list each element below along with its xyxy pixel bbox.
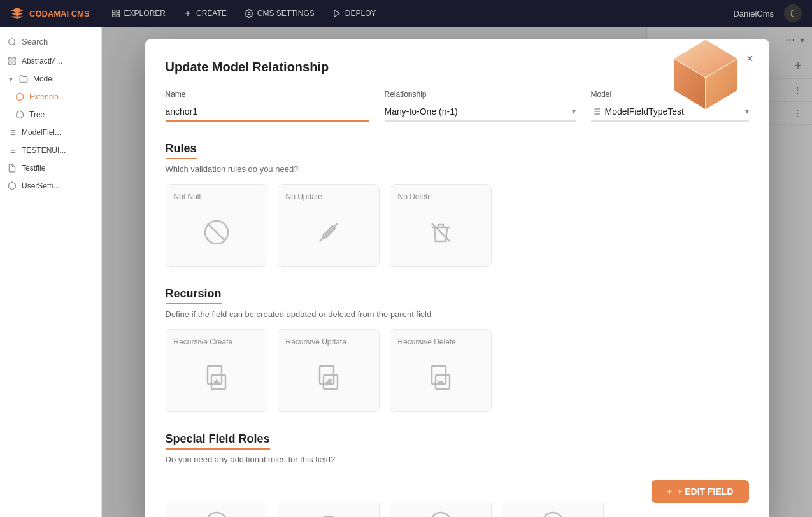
nav-right: DanielCms ☾ [733, 4, 802, 22]
edit-field-button[interactable]: + + EDIT FIELD [652, 480, 748, 503]
modal-title: Update Model Relationship [166, 60, 749, 74]
plus-circle-icon [201, 507, 232, 517]
sidebar-item-label: Tree [29, 110, 45, 119]
nav-deploy[interactable]: DEPLOY [326, 6, 383, 20]
no-update-card[interactable]: No Update [278, 184, 380, 267]
modal-footer: + + EDIT FIELD [166, 470, 749, 503]
svg-point-8 [9, 38, 15, 44]
no-update-label: No Update [286, 192, 322, 201]
search-icon [8, 38, 17, 46]
nav-explorer[interactable]: EXPLORER [105, 6, 172, 20]
recursion-section-title: Recursion [166, 287, 222, 304]
nav-create[interactable]: CREATE [177, 6, 233, 20]
eye-icon [313, 507, 344, 517]
relationship-select[interactable]: Many-to-One (n-1) One-to-One (1-1) Many-… [385, 106, 572, 117]
sidebar-item-extension[interactable]: Extensio... [0, 88, 101, 106]
app-logo[interactable]: CODAMAI CMS [10, 6, 90, 20]
list-icon [8, 128, 17, 137]
recursive-update-label: Recursive Update [286, 337, 346, 346]
svg-point-49 [206, 513, 227, 517]
special-roles-title: Special Field Roles [166, 432, 270, 450]
circle-slash-icon [201, 217, 232, 248]
sidebar-search[interactable]: Search [0, 32, 101, 52]
cube-icon [8, 181, 17, 190]
svg-rect-1 [117, 10, 119, 13]
3d-cube-decoration [667, 39, 744, 135]
modal-overlay: × Update Model Relationship Name Relatio… [102, 27, 812, 517]
pencil-slash-icon [313, 217, 344, 248]
doc-minus-icon [425, 362, 456, 393]
recursion-section: Recursion Define if the field can be cre… [166, 287, 749, 412]
app-name: CODAMAI CMS [29, 9, 90, 18]
sidebar-item-label: Extensio... [29, 92, 65, 101]
svg-marker-7 [334, 10, 339, 17]
recursive-create-label: Recursive Create [174, 337, 233, 346]
folder-icon [19, 74, 28, 83]
chevron-down-icon: ▼ [8, 76, 14, 83]
file-icon [8, 164, 17, 173]
grid-icon [8, 57, 17, 66]
relationship-field-group: Relationship Many-to-One (n-1) One-to-On… [385, 90, 576, 122]
svg-line-36 [208, 223, 225, 241]
content-area: ··· ▾ + ...ion ⋮ ⋮ ‹ [102, 27, 812, 517]
sidebar-item-testfile[interactable]: Testfile [0, 159, 101, 177]
svg-rect-0 [112, 10, 115, 13]
sidebar-item-label: TESTENUI... [22, 146, 66, 155]
name-field-group: Name [166, 90, 369, 122]
nav-deploy-label: DEPLOY [345, 9, 376, 18]
svg-rect-13 [13, 62, 15, 64]
recursive-delete-label: Recursive Delete [398, 337, 456, 346]
chevron-down-icon: ▾ [745, 107, 749, 116]
cube-icon [15, 110, 24, 119]
recursive-update-card[interactable]: Recursive Update [278, 329, 380, 412]
no-delete-card[interactable]: No Delete [390, 184, 492, 267]
user-name: DanielCms [733, 9, 774, 18]
sidebar-item-label: Model [33, 74, 54, 83]
sidebar-item-model[interactable]: ▼ Model [0, 70, 101, 88]
form-fields-row: Name Relationship Many-to-One (n-1) One-… [166, 90, 749, 122]
close-icon: × [746, 52, 753, 66]
recursive-create-card[interactable]: Recursive Create [166, 329, 267, 412]
svg-rect-3 [117, 14, 119, 17]
modal-update-relationship: × Update Model Relationship Name Relatio… [145, 39, 769, 517]
modal-close-button[interactable]: × [741, 50, 759, 67]
svg-rect-12 [9, 62, 11, 64]
trash-circle-icon [538, 507, 568, 517]
search-label: Search [22, 37, 48, 46]
svg-point-53 [431, 513, 451, 517]
svg-point-6 [248, 12, 250, 15]
sidebar-item-modelfield[interactable]: ModelFiel... [0, 124, 101, 141]
no-delete-icon-area [398, 206, 483, 258]
doc-plus-icon [201, 362, 232, 393]
rules-section: Rules Which validation rules do you need… [166, 142, 749, 267]
name-input[interactable] [166, 103, 369, 122]
nav-create-label: CREATE [196, 9, 227, 18]
svg-line-9 [14, 43, 16, 45]
recursive-delete-card[interactable]: Recursive Delete [390, 329, 492, 412]
edit-icon: + [667, 486, 672, 497]
relationship-select-wrapper: Many-to-One (n-1) One-to-One (1-1) Many-… [385, 103, 576, 122]
cube-icon [15, 92, 24, 101]
sidebar-item-testenui[interactable]: TESTENUI... [0, 141, 101, 159]
chevron-down-icon: ▾ [572, 107, 576, 116]
nav-cms-settings-label: CMS SETTINGS [257, 9, 315, 18]
rules-subtitle: Which validation rules do you need? [166, 164, 749, 174]
trash-slash-icon [425, 217, 456, 248]
sidebar-item-usersetti[interactable]: UserSetti... [0, 177, 101, 195]
relationship-label: Relationship [385, 90, 576, 99]
sidebar-item-abstract[interactable]: AbstractM... [0, 52, 101, 70]
not-null-card[interactable]: Not Null [166, 184, 267, 267]
edit-circle-icon [425, 507, 456, 517]
nav-cms-settings[interactable]: CMS SETTINGS [238, 6, 321, 20]
recursive-delete-icon-area [398, 351, 483, 404]
name-label: Name [166, 90, 369, 99]
rules-section-title: Rules [166, 142, 197, 159]
special-roles-subtitle: Do you need any additional roles for thi… [166, 455, 749, 464]
list-icon [591, 106, 601, 117]
recursion-subtitle: Define if the field can be created updat… [166, 309, 749, 319]
main-layout: Search AbstractM... ▼ Model Extensio... … [0, 27, 812, 517]
dark-mode-toggle[interactable]: ☾ [784, 4, 802, 22]
doc-edit-icon [313, 362, 344, 393]
recursive-create-icon-area [174, 351, 259, 404]
sidebar-item-tree[interactable]: Tree [0, 106, 101, 124]
